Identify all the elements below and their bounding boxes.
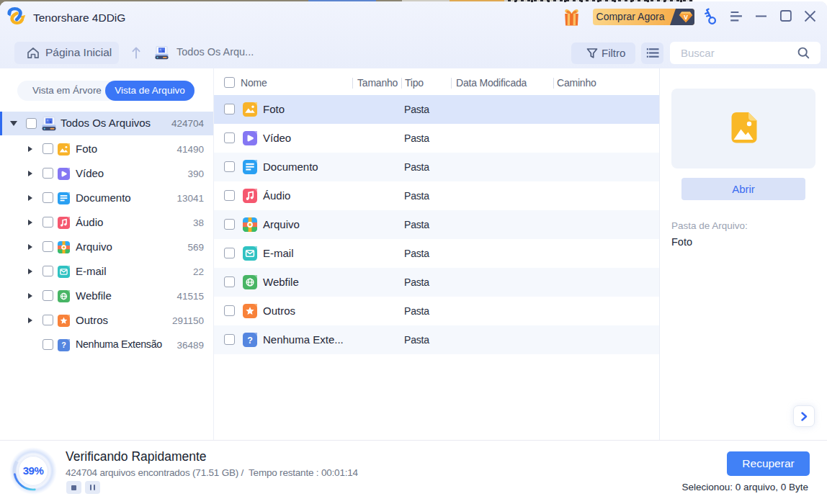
svg-text:V: V <box>684 14 688 21</box>
svg-text:39%: 39% <box>23 464 44 476</box>
